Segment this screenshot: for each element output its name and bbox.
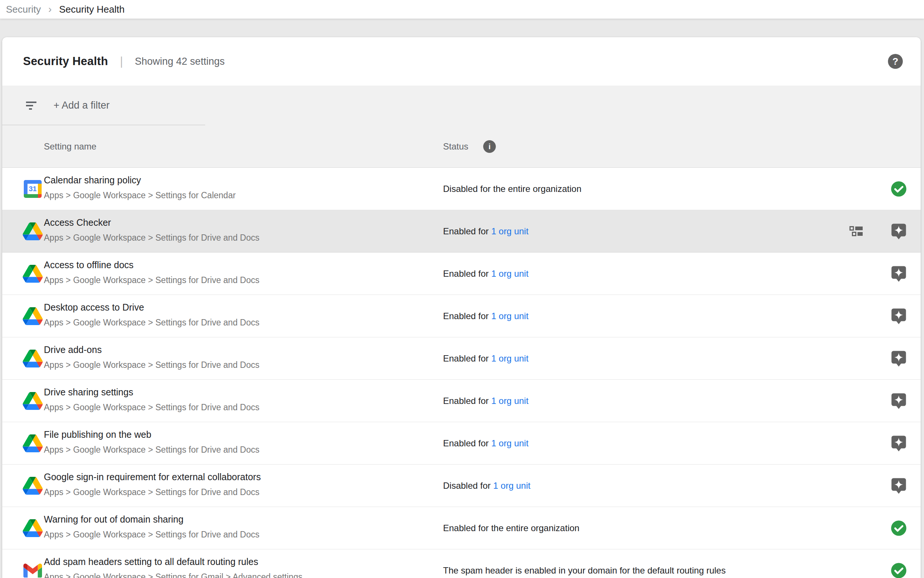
google-drive-icon <box>22 391 43 411</box>
status-text: Enabled for <box>443 268 489 279</box>
org-unit-link[interactable]: 1 org unit <box>491 226 529 236</box>
settings-table-body: 31Calendar sharing policyApps > Google W… <box>2 168 921 578</box>
setting-name: Calendar sharing policy <box>44 175 141 186</box>
setting-path: Apps > Google Workspace > Settings for D… <box>44 233 259 243</box>
setting-path: Apps > Google Workspace > Settings for D… <box>44 318 259 328</box>
table-header-row: Setting name Status i <box>2 125 921 168</box>
title-divider: | <box>120 55 123 68</box>
help-icon[interactable]: ? <box>888 54 903 69</box>
google-drive-icon <box>22 434 43 453</box>
card-header: Security Health | Showing 42 settings ? <box>2 37 921 86</box>
org-unit-link[interactable]: 1 org unit <box>491 438 529 448</box>
filter-and-header-section: + Add a filter Setting name Status i <box>2 86 921 168</box>
google-drive-icon <box>22 349 43 368</box>
recommendation-badge-icon[interactable] <box>890 435 907 452</box>
google-drive-icon <box>22 476 43 495</box>
status-text: Enabled for <box>443 226 489 236</box>
settings-count: Showing 42 settings <box>135 56 225 67</box>
breadcrumb: Security › Security Health <box>0 0 924 19</box>
org-unit-link[interactable]: 1 org unit <box>491 396 529 406</box>
google-calendar-icon: 31 <box>22 179 43 199</box>
setting-name: Google sign-in requirement for external … <box>44 472 261 482</box>
org-units-icon[interactable] <box>849 226 866 237</box>
recommendation-badge-icon[interactable] <box>890 223 907 240</box>
google-drive-icon <box>22 222 43 241</box>
add-filter-label: + Add a filter <box>53 100 110 111</box>
org-unit-link[interactable]: 1 org unit <box>491 311 529 321</box>
setting-name: Desktop access to Drive <box>44 302 144 313</box>
table-row[interactable]: 31Calendar sharing policyApps > Google W… <box>2 168 921 210</box>
table-row[interactable]: Access CheckerApps > Google Workspace > … <box>2 210 921 253</box>
setting-path: Apps > Google Workspace > Settings for D… <box>44 530 259 540</box>
recommendation-badge-icon[interactable] <box>890 477 907 494</box>
google-drive-icon <box>22 518 43 538</box>
status-text: Enabled for <box>443 396 489 406</box>
status-text: Disabled for the entire organization <box>443 184 581 194</box>
status-text: Enabled for <box>443 353 489 364</box>
status-ok-check-icon <box>890 562 907 578</box>
filter-list-icon <box>26 102 38 110</box>
table-row[interactable]: File publishing on the webApps > Google … <box>2 422 921 464</box>
table-row[interactable]: Drive sharing settingsApps > Google Work… <box>2 380 921 422</box>
status-cell: Enabled for the entire organization <box>443 523 579 533</box>
status-text: Disabled for <box>443 481 490 490</box>
org-unit-link[interactable]: 1 org unit <box>493 481 531 490</box>
google-drive-icon <box>22 264 43 283</box>
table-row[interactable]: Add spam headers setting to all default … <box>2 549 921 578</box>
setting-path: Apps > Google Workspace > Settings for D… <box>44 445 259 455</box>
table-row[interactable]: Access to offline docsApps > Google Work… <box>2 253 921 295</box>
breadcrumb-parent-link[interactable]: Security <box>6 4 41 15</box>
page-title: Security Health <box>23 55 108 68</box>
info-icon[interactable]: i <box>483 140 496 153</box>
setting-name: Add spam headers setting to all default … <box>44 557 258 567</box>
status-cell: Enabled for1 org unit <box>443 438 529 448</box>
setting-path: Apps > Google Workspace > Settings for D… <box>44 403 259 412</box>
setting-name: Access to offline docs <box>44 260 133 270</box>
table-row[interactable]: Desktop access to DriveApps > Google Wor… <box>2 295 921 337</box>
column-header-setting-name: Setting name <box>44 141 96 152</box>
recommendation-badge-icon[interactable] <box>890 265 907 282</box>
setting-name: File publishing on the web <box>44 429 151 440</box>
status-cell: Enabled for1 org unit <box>443 396 529 406</box>
table-row[interactable]: Warning for out of domain sharingApps > … <box>2 507 921 549</box>
status-text: Enabled for the entire organization <box>443 523 579 533</box>
status-cell: Disabled for1 org unit <box>443 481 531 491</box>
add-filter-button[interactable]: + Add a filter <box>2 86 921 125</box>
status-text: The spam header is enabled in your domai… <box>443 565 725 575</box>
status-cell: The spam header is enabled in your domai… <box>443 565 725 576</box>
recommendation-badge-icon[interactable] <box>890 350 907 367</box>
setting-name: Drive sharing settings <box>44 387 133 398</box>
recommendation-badge-icon[interactable] <box>890 308 907 325</box>
status-text: Enabled for <box>443 311 489 321</box>
status-cell: Enabled for1 org unit <box>443 353 529 364</box>
status-text: Enabled for <box>443 438 489 448</box>
status-ok-check-icon <box>890 180 907 198</box>
google-drive-icon <box>22 307 43 326</box>
chevron-right-icon: › <box>48 4 52 15</box>
status-ok-check-icon <box>890 520 907 537</box>
status-cell: Enabled for1 org unit <box>443 311 529 321</box>
setting-path: Apps > Google Workspace > Settings for D… <box>44 275 259 285</box>
setting-path: Apps > Google Workspace > Settings for C… <box>44 190 236 200</box>
breadcrumb-current: Security Health <box>59 4 125 15</box>
column-header-status: Status i <box>443 140 496 153</box>
org-unit-link[interactable]: 1 org unit <box>491 353 529 364</box>
org-unit-link[interactable]: 1 org unit <box>491 268 529 279</box>
setting-name: Drive add-ons <box>44 344 102 355</box>
setting-name: Access Checker <box>44 217 111 228</box>
column-header-status-label: Status <box>443 141 468 152</box>
status-cell: Enabled for1 org unit <box>443 268 529 279</box>
setting-path: Apps > Google Workspace > Settings for D… <box>44 487 259 497</box>
setting-path: Apps > Google Workspace > Settings for D… <box>44 360 259 370</box>
status-cell: Disabled for the entire organization <box>443 184 581 194</box>
setting-path: Apps > Google Workspace > Settings for G… <box>44 572 303 578</box>
status-cell: Enabled for1 org unit <box>443 226 529 237</box>
recommendation-badge-icon[interactable] <box>890 392 907 409</box>
table-row[interactable]: Google sign-in requirement for external … <box>2 464 921 507</box>
gmail-icon <box>22 561 43 578</box>
table-row[interactable]: Drive add-onsApps > Google Workspace > S… <box>2 337 921 380</box>
security-health-card: Security Health | Showing 42 settings ? … <box>2 37 921 578</box>
setting-name: Warning for out of domain sharing <box>44 514 184 525</box>
